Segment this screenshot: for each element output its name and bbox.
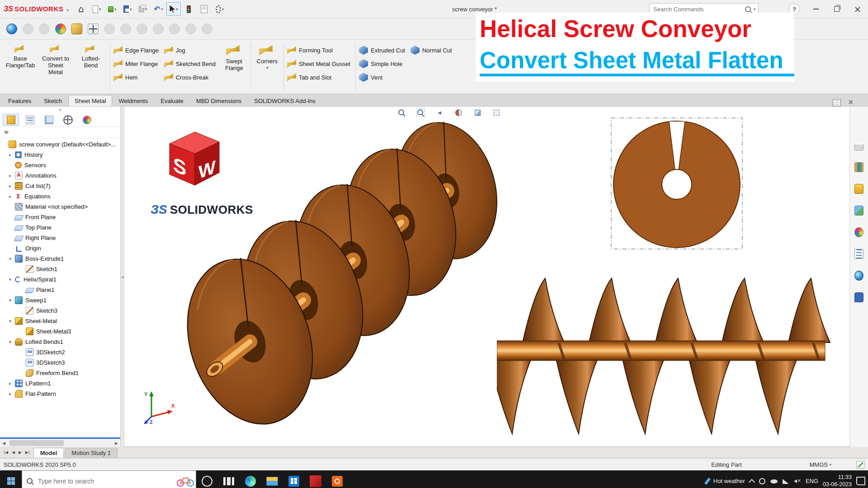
manager-tab[interactable] [60,114,76,126]
tree-expand-arrow[interactable] [9,298,15,303]
tree-item[interactable]: Front Plane [0,212,120,222]
custom-properties-icon[interactable] [857,461,864,469]
task-pane-button[interactable] [852,139,866,152]
view-tool-button[interactable] [52,20,69,38]
pin-ribbon-icon[interactable] [833,99,840,106]
ribbon-button[interactable]: Jog [162,43,219,57]
tree-item[interactable]: Cut list(7) [0,181,120,191]
model-tab-nav-icon[interactable] [2,450,10,455]
tree-item[interactable]: Plane1 [0,285,120,295]
view-tool-button[interactable] [199,20,215,38]
tree-item[interactable]: Sketch1 [0,264,120,274]
ribbon-large-button[interactable]: Lofted-Bend [73,41,108,94]
tree-expand-arrow[interactable] [9,183,15,188]
model-tab-nav-icon[interactable] [10,450,17,455]
pen-icon[interactable] [704,477,711,484]
view-tool-button[interactable] [118,20,134,38]
tree-item[interactable]: Sweep1 [0,295,120,305]
screw-conveyor-3d-model[interactable] [182,119,499,431]
quick-access-button[interactable] [166,2,181,16]
tree-item[interactable]: LPattern1 [0,378,120,389]
clock-tray-icon[interactable] [759,478,766,485]
command-search-input[interactable] [652,5,745,13]
ribbon-button[interactable]: Hem [112,70,162,84]
tree-item[interactable]: Equations [0,191,120,202]
tree-item[interactable]: Sheet-Metal3 [0,326,120,337]
ribbon-button[interactable]: Sketched Bend [162,57,219,70]
quick-access-button[interactable] [197,2,212,16]
taskbar-app-button[interactable] [196,470,218,488]
tree-item[interactable]: Sketch3 [0,305,120,316]
model-tab-nav-icon[interactable] [17,450,24,455]
close-panel-icon[interactable]: × [845,99,856,106]
view-tool-button[interactable] [183,20,199,38]
network-icon[interactable] [782,478,789,485]
taskbar-search[interactable] [22,470,196,488]
manager-tab[interactable] [3,114,19,126]
tree-item[interactable]: Boss-Extrude1 [0,253,120,264]
scroll-left-icon[interactable]: ◀ [0,439,8,447]
flat-pattern-sketch[interactable] [609,116,745,251]
task-pane-button[interactable] [852,161,866,174]
command-tab[interactable]: Features [2,95,38,106]
task-pane-button[interactable] [852,291,866,304]
heads-up-button[interactable] [470,107,485,118]
tree-expand-arrow[interactable] [9,152,15,157]
corners-button[interactable]: Corners ▾ [252,41,282,94]
manager-tab[interactable] [41,114,57,126]
quick-access-button[interactable] [90,2,104,16]
task-pane-button[interactable] [852,204,866,217]
model-tab-nav-icon[interactable] [24,450,32,455]
collapse-chevron-icon[interactable] [57,105,63,114]
scroll-right-icon[interactable]: ▶ [113,439,120,447]
tree-item[interactable]: Sheet-Metal [0,316,120,326]
ribbon-button[interactable]: Vent [357,70,409,84]
tree-item[interactable]: screw conveyor (Default<<Default>... [0,139,120,150]
manager-tab[interactable] [79,114,95,126]
command-tab[interactable]: Evaluate [154,95,190,106]
tree-item[interactable]: Right Plane [0,233,120,243]
taskbar-app-button[interactable] [283,470,305,488]
tree-item[interactable]: Origin [0,243,120,253]
heads-up-button[interactable] [394,107,409,118]
tree-expand-arrow[interactable] [9,381,15,386]
command-tab[interactable]: SOLIDWORKS Add-Ins [248,95,322,106]
graphics-viewport[interactable]: S W ЗSSOLIDWORKS [124,107,849,447]
tree-item[interactable]: Top Plane [0,222,120,233]
taskbar-app-button[interactable] [240,470,261,488]
minimize-button[interactable] [806,0,826,18]
manager-tab[interactable] [22,114,38,126]
orientation-triad[interactable]: Y X Z [141,389,177,425]
view-tool-button[interactable] [4,20,20,38]
tree-item[interactable]: Annotations [0,170,120,181]
taskbar-app-button[interactable] [305,470,326,488]
task-pane-button[interactable] [852,183,866,195]
view-tool-button[interactable] [69,20,85,38]
onedrive-icon[interactable] [770,478,778,485]
tree-item[interactable]: Flat-Pattern [0,389,120,399]
view-tool-button[interactable] [166,20,183,38]
language-indicator[interactable]: ENG [806,478,818,484]
tree-expand-arrow[interactable] [9,256,15,261]
task-pane-button[interactable] [852,248,866,260]
tree-item[interactable]: Helix/Spiral1 [0,274,120,285]
taskbar-search-input[interactable] [37,477,191,485]
heads-up-button[interactable] [451,107,466,118]
tree-expand-arrow[interactable] [9,339,15,344]
panel-splitter[interactable]: ◂ [121,107,124,447]
ribbon-button[interactable]: Tab and Slot [285,70,354,84]
command-tab[interactable]: MBD Dimensions [190,95,248,106]
view-tool-button[interactable] [20,20,36,38]
view-tool-button[interactable] [150,20,166,38]
quick-access-button[interactable] [182,2,196,16]
taskbar-app-button[interactable] [218,470,240,488]
quick-access-button[interactable] [151,2,165,16]
quick-access-button[interactable] [105,2,119,16]
command-tab[interactable]: Weldments [112,95,154,106]
model-tab[interactable]: Motion Study 1 [65,448,118,458]
clock[interactable]: 11:33 03-06-2023 [823,474,852,488]
heads-up-button[interactable] [432,107,447,118]
tree-expand-arrow[interactable] [9,173,15,178]
tree-filter-row[interactable] [0,127,120,138]
heads-up-button[interactable] [489,107,504,118]
